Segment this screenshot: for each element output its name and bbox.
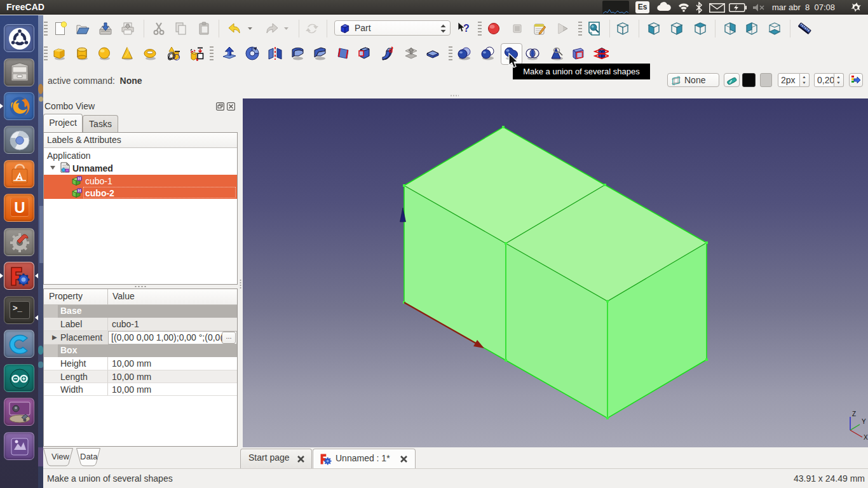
svg-text:Data: Data <box>80 452 98 461</box>
svg-text:View: View <box>51 452 70 461</box>
svg-text:X: X <box>864 434 868 441</box>
svg-text:?: ? <box>463 23 470 34</box>
svg-text:Y: Y <box>862 418 866 425</box>
svg-text:Z: Z <box>852 410 856 417</box>
